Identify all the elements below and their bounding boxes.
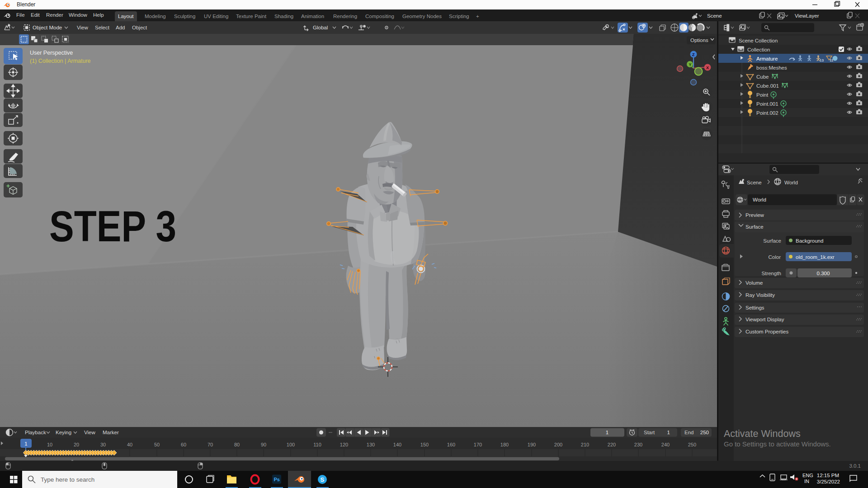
- svg-text:180: 180: [500, 442, 509, 447]
- svg-text:200: 200: [554, 442, 562, 447]
- svg-text:230: 230: [634, 442, 642, 447]
- svg-text:Armature: Armature: [756, 56, 778, 61]
- svg-text:0.300: 0.300: [817, 271, 830, 276]
- svg-text:S: S: [321, 476, 325, 483]
- svg-text:Type here to search: Type here to search: [41, 476, 94, 483]
- svg-text:Add: Add: [116, 25, 125, 30]
- svg-text:STEP 3: STEP 3: [49, 202, 176, 251]
- svg-text:30: 30: [100, 442, 106, 447]
- svg-text:130: 130: [367, 442, 375, 447]
- svg-text:Color: Color: [769, 254, 781, 260]
- svg-text:Object: Object: [132, 25, 147, 30]
- svg-text:160: 160: [447, 442, 455, 447]
- svg-text:Global: Global: [313, 25, 328, 30]
- svg-text:World: World: [753, 197, 766, 202]
- svg-text:Cube: Cube: [756, 74, 769, 80]
- svg-text:170: 170: [474, 442, 482, 447]
- svg-text:Background: Background: [796, 238, 823, 244]
- svg-text:Point.001: Point.001: [756, 101, 778, 107]
- svg-text:Start: Start: [644, 430, 655, 435]
- svg-text:210: 210: [581, 442, 589, 447]
- svg-text:Scene: Scene: [747, 180, 762, 185]
- svg-text:12:15 PM: 12:15 PM: [817, 473, 839, 478]
- svg-text:1: 1: [24, 441, 27, 446]
- svg-text:Scene: Scene: [707, 13, 722, 19]
- svg-text:Surface: Surface: [763, 238, 781, 244]
- svg-text:View: View: [84, 430, 95, 435]
- svg-text:Viewport Display: Viewport Display: [745, 317, 784, 322]
- svg-text:1: 1: [606, 430, 609, 435]
- svg-text:Options: Options: [690, 38, 708, 43]
- svg-text:90: 90: [261, 442, 266, 447]
- svg-text:100: 100: [287, 442, 295, 447]
- svg-text:3.0.1: 3.0.1: [849, 463, 861, 469]
- svg-text:Scene Collection: Scene Collection: [739, 38, 778, 43]
- svg-text:60: 60: [181, 442, 186, 447]
- svg-text:140: 140: [393, 442, 401, 447]
- svg-text:Point.002: Point.002: [756, 110, 778, 116]
- svg-text:Z: Z: [692, 52, 695, 57]
- svg-text:Custom Properties: Custom Properties: [745, 329, 788, 334]
- svg-text:120: 120: [340, 442, 348, 447]
- svg-text:X: X: [706, 66, 709, 70]
- svg-text:Y: Y: [689, 62, 692, 67]
- svg-text:Marker: Marker: [103, 430, 119, 435]
- svg-text:50: 50: [154, 442, 160, 447]
- svg-text:Collection: Collection: [747, 47, 770, 52]
- svg-text:Select: Select: [95, 25, 110, 30]
- svg-text:Surface: Surface: [745, 224, 764, 230]
- svg-text:User Perspective: User Perspective: [30, 50, 73, 56]
- svg-text:End: End: [684, 430, 693, 435]
- svg-text:250: 250: [700, 430, 709, 435]
- svg-text:13: 13: [820, 58, 824, 62]
- svg-text:Cube.001: Cube.001: [756, 83, 779, 89]
- svg-text:40: 40: [127, 442, 132, 447]
- svg-text:20: 20: [74, 442, 79, 447]
- svg-text:Preview: Preview: [745, 212, 764, 218]
- svg-text:70: 70: [208, 442, 213, 447]
- svg-text:IN: IN: [804, 479, 809, 484]
- svg-text:Strength: Strength: [762, 271, 781, 276]
- svg-text:190: 190: [528, 442, 536, 447]
- svg-text:220: 220: [608, 442, 616, 447]
- svg-text:Ray Visibility: Ray Visibility: [745, 292, 775, 298]
- svg-text:240: 240: [661, 442, 670, 447]
- svg-text:World: World: [784, 180, 798, 185]
- svg-text:3/25/2022: 3/25/2022: [817, 479, 840, 484]
- svg-text:old_room_1k.exr: old_room_1k.exr: [796, 254, 835, 260]
- svg-text:boss:Meshes: boss:Meshes: [756, 65, 787, 70]
- svg-text:150: 150: [420, 442, 429, 447]
- svg-text:Ps: Ps: [274, 477, 280, 482]
- svg-text:(1) Collection | Armature: (1) Collection | Armature: [30, 58, 91, 64]
- svg-text:10: 10: [47, 442, 52, 447]
- svg-text:110: 110: [313, 442, 321, 447]
- svg-text:Point: Point: [756, 92, 769, 98]
- svg-text:ViewLayer: ViewLayer: [795, 13, 819, 19]
- svg-text:Settings: Settings: [745, 305, 764, 310]
- svg-text:Volume: Volume: [745, 280, 763, 286]
- svg-text:View: View: [77, 25, 88, 30]
- svg-text:Keying: Keying: [56, 430, 71, 435]
- svg-text:ENG: ENG: [802, 473, 813, 478]
- svg-text:80: 80: [234, 442, 240, 447]
- svg-text:1: 1: [667, 430, 670, 435]
- svg-text:250: 250: [688, 442, 696, 447]
- svg-text:Object Mode: Object Mode: [33, 25, 62, 30]
- svg-text:Playback: Playback: [25, 430, 46, 435]
